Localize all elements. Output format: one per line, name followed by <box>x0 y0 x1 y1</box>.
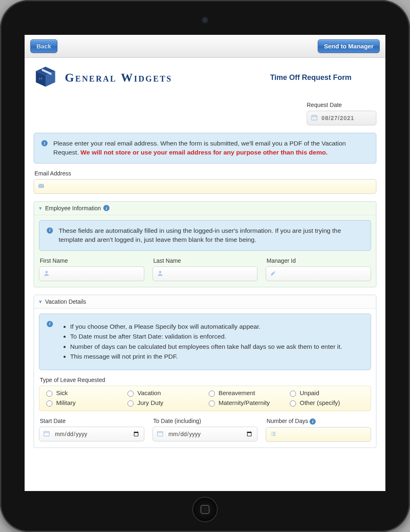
request-date-label: Request Date <box>307 102 376 108</box>
to-date-label: To Date (including) <box>153 418 257 424</box>
vacation-details-header[interactable]: ▼ Vacation Details <box>34 295 376 309</box>
leave-type-text: Sick <box>56 389 68 396</box>
svg-point-11 <box>159 271 161 273</box>
last-name-field[interactable] <box>153 266 258 281</box>
leave-type-text: Military <box>56 399 76 406</box>
leave-type-radio[interactable] <box>209 400 215 407</box>
back-button[interactable]: Back <box>30 39 57 53</box>
edit-icon <box>270 270 276 277</box>
svg-rect-5 <box>312 116 317 120</box>
tablet-frame: Back Send to Manager ↑↑ General Widgets … <box>0 0 410 532</box>
tablet-home-button[interactable] <box>192 497 218 522</box>
to-date-input[interactable] <box>168 430 253 438</box>
brand-logo-block: ↑↑ General Widgets <box>34 65 172 90</box>
chevron-down-icon: ▼ <box>38 299 43 304</box>
form-content: ↑↑ General Widgets Time Off Request Form… <box>25 58 385 490</box>
leave-type-text: Jury Duty <box>137 399 163 406</box>
leave-type-group: SickVacationBereavementUnpaidMilitaryJur… <box>39 386 371 411</box>
leave-type-option[interactable]: Jury Duty <box>125 399 203 407</box>
leave-type-label: Type of Leave Requested <box>40 377 370 383</box>
info-icon[interactable]: i <box>310 418 316 425</box>
svg-point-18 <box>271 433 272 434</box>
vacation-notice-item: Number of days can be calculated but emp… <box>70 342 342 351</box>
leave-type-radio[interactable] <box>209 391 215 397</box>
svg-rect-14 <box>157 432 163 436</box>
leave-type-radio[interactable] <box>128 391 134 397</box>
num-days-field[interactable] <box>266 427 371 442</box>
brand-name: General Widgets <box>65 71 172 84</box>
to-date-field[interactable] <box>153 427 258 441</box>
info-icon: i <box>47 321 53 327</box>
leave-type-option[interactable]: Unpaid <box>288 389 366 397</box>
info-icon: i <box>47 227 53 234</box>
send-to-manager-button[interactable]: Send to Manager <box>318 39 380 53</box>
svg-point-16 <box>271 432 272 432</box>
last-name-label: Last Name <box>153 257 257 264</box>
email-notice-warning: We will not store or use your email addr… <box>80 149 328 156</box>
vacation-notice-item: This message will not print in the PDF. <box>70 352 342 361</box>
request-date-value: 08/27/2021 <box>321 115 354 121</box>
leave-type-option[interactable]: Vacation <box>125 389 203 397</box>
leave-type-option[interactable]: Maternity/Paternity <box>207 399 285 407</box>
leave-type-radio[interactable] <box>290 400 296 407</box>
leave-type-text: Vacation <box>137 389 161 396</box>
box-icon: ↑↑ <box>34 65 57 90</box>
email-notice: i Please enter your real email address. … <box>34 133 376 164</box>
toolbar: Back Send to Manager <box>25 35 385 58</box>
chevron-down-icon: ▼ <box>38 206 43 211</box>
svg-text:↑↑: ↑↑ <box>39 77 43 81</box>
leave-type-text: Bereavement <box>219 389 255 396</box>
vacation-notice-item: To Date must be after Start Date: valida… <box>70 332 342 341</box>
info-icon: i <box>41 140 48 146</box>
mail-icon <box>38 183 44 190</box>
svg-rect-21 <box>273 435 276 436</box>
leave-type-option[interactable]: Sick <box>44 389 122 397</box>
employee-info-notice-text: These fields are automatically filled in… <box>59 226 363 245</box>
first-name-field[interactable] <box>39 266 144 281</box>
svg-point-20 <box>271 435 272 436</box>
vacation-notice: i If you choose Other, a Please Specify … <box>39 314 371 370</box>
employee-info-notice: i These fields are automatically filled … <box>39 220 371 251</box>
leave-type-text: Unpaid <box>300 389 319 396</box>
email-field[interactable] <box>34 179 376 194</box>
start-date-input[interactable] <box>54 430 140 438</box>
leave-type-option[interactable]: Bereavement <box>207 389 285 397</box>
person-icon <box>43 270 50 277</box>
start-date-field[interactable] <box>39 427 144 441</box>
vacation-details-title: Vacation Details <box>45 298 86 305</box>
employee-info-title: Employee Information <box>45 205 101 211</box>
list-icon <box>270 431 276 438</box>
leave-type-text: Other (specify) <box>300 399 340 406</box>
employee-info-section: ▼ Employee Information i i These fields … <box>34 201 376 287</box>
svg-rect-17 <box>273 432 276 432</box>
num-days-label: Number of Days i <box>266 418 370 425</box>
leave-type-option[interactable]: Military <box>44 399 122 407</box>
request-date-display: 08/27/2021 <box>307 111 376 125</box>
manager-id-field[interactable] <box>266 266 371 281</box>
app-screen: Back Send to Manager ↑↑ General Widgets … <box>25 35 385 491</box>
leave-type-radio[interactable] <box>290 391 296 397</box>
leave-type-text: Maternity/Paternity <box>219 399 270 406</box>
svg-rect-12 <box>44 432 49 436</box>
svg-rect-19 <box>273 433 276 434</box>
manager-id-label: Manager Id <box>266 257 370 264</box>
info-icon[interactable]: i <box>103 205 109 211</box>
person-icon <box>157 270 163 277</box>
vacation-details-section: ▼ Vacation Details i If you choose Other… <box>34 295 376 448</box>
email-label: Email Address <box>34 170 376 177</box>
start-date-label: Start Date <box>40 418 144 424</box>
tablet-camera <box>201 16 209 24</box>
calendar-icon <box>311 114 317 122</box>
leave-type-radio[interactable] <box>128 400 134 407</box>
vacation-notice-item: If you choose Other, a Please Specify bo… <box>70 322 342 331</box>
leave-type-radio[interactable] <box>46 391 52 397</box>
form-title: Time Off Request Form <box>245 73 376 82</box>
first-name-label: First Name <box>40 257 144 264</box>
leave-type-option[interactable]: Other (specify) <box>288 399 366 407</box>
employee-info-header[interactable]: ▼ Employee Information i <box>34 202 376 215</box>
calendar-icon <box>157 430 163 438</box>
calendar-icon <box>43 430 50 438</box>
svg-point-10 <box>46 271 48 273</box>
leave-type-radio[interactable] <box>46 400 52 407</box>
vacation-notice-list: If you choose Other, a Please Specify bo… <box>59 321 342 362</box>
